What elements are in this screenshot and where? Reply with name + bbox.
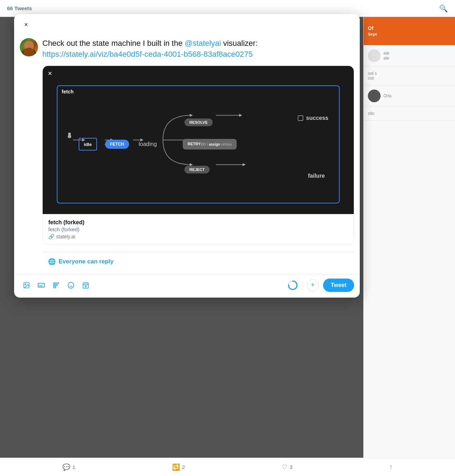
toolbar-right-group: + Tweet bbox=[287, 279, 354, 292]
globe-icon: 🌐 bbox=[48, 258, 56, 266]
diagram-close-icon[interactable]: ✕ bbox=[48, 70, 52, 77]
share-stat-icon: ↑ bbox=[389, 463, 393, 471]
fetch-container: fetch idle FETCH → loadin bbox=[57, 85, 340, 203]
link-preview-footer: fetch (forked) fetch (forked) 🔗 stately.… bbox=[43, 214, 354, 244]
mention-statelyai[interactable]: @statelyai bbox=[185, 39, 221, 48]
tweet-toolbar: GIF bbox=[14, 274, 360, 298]
tweet-text: Check out the state machine I built in t… bbox=[42, 38, 354, 60]
like-stat-icon: ♡ bbox=[282, 463, 287, 471]
right-panel-promo: OfSept bbox=[364, 17, 455, 45]
card-domain-text: stately.ai bbox=[56, 234, 75, 239]
likes-stat[interactable]: ♡ 3 bbox=[282, 463, 292, 471]
tweet-text-part2: visualizer: bbox=[221, 39, 258, 48]
reply-stat-icon: 💬 bbox=[62, 463, 70, 471]
tweet-count: 66 Tweets bbox=[7, 5, 32, 11]
compose-modal: × Check out the state machine I built in… bbox=[14, 14, 360, 298]
retweets-count: 2 bbox=[182, 464, 185, 470]
rp-item-2: ual srob bbox=[364, 67, 455, 85]
reply-permission-row[interactable]: 🌐 Everyone can reply bbox=[42, 252, 354, 271]
resolve-node: RESOLVE bbox=[184, 118, 213, 126]
tweet-content: Check out the state machine I built in t… bbox=[42, 38, 354, 271]
state-machine-link[interactable]: https://stately.ai/viz/ba4e0d5f-ceda-400… bbox=[42, 50, 253, 59]
svg-rect-18 bbox=[83, 283, 89, 288]
svg-rect-12 bbox=[54, 282, 59, 283]
modal-header: × bbox=[14, 14, 360, 35]
state-machine-card: ✕ fetch idle FETCH → bbox=[42, 66, 354, 245]
rp-item-3: Orla bbox=[364, 85, 455, 107]
toolbar-divider bbox=[302, 280, 303, 290]
rp-item-4: ollo bbox=[364, 107, 455, 121]
svg-point-9 bbox=[25, 283, 26, 285]
poll-button[interactable] bbox=[49, 279, 63, 292]
close-button[interactable]: × bbox=[20, 18, 32, 31]
svg-rect-13 bbox=[54, 285, 57, 286]
gif-button[interactable]: GIF bbox=[35, 279, 48, 292]
svg-point-15 bbox=[68, 282, 74, 288]
avatar-image bbox=[20, 38, 38, 56]
character-count-circle bbox=[287, 280, 298, 291]
share-stat[interactable]: ↑ bbox=[389, 463, 393, 471]
likes-count: 3 bbox=[290, 464, 292, 470]
tweet-text-part1: Check out the state machine I built in t… bbox=[42, 39, 185, 48]
retry-sub: DO / assign retries bbox=[201, 142, 232, 146]
svg-rect-14 bbox=[54, 287, 56, 288]
tweet-submit-button[interactable]: Tweet bbox=[323, 279, 354, 292]
rp-avatar-2 bbox=[368, 90, 381, 102]
svg-text:GIF: GIF bbox=[39, 284, 43, 287]
rp-item-1: ateate bbox=[364, 45, 455, 67]
rp-avatar-1 bbox=[368, 49, 381, 62]
tweet-stats-bar: 💬 1 🔁 2 ♡ 3 ↑ bbox=[0, 458, 455, 476]
right-panel: OfSept ateate ual srob Orla ollo bbox=[363, 17, 455, 458]
fetch-label: fetch bbox=[62, 89, 73, 94]
toolbar-icons-group: GIF bbox=[20, 279, 92, 292]
replies-stat[interactable]: 💬 1 bbox=[62, 463, 75, 471]
retry-title: RETRY bbox=[188, 142, 201, 146]
reply-permission-text: Everyone can reply bbox=[59, 258, 114, 265]
user-avatar bbox=[20, 38, 38, 56]
link-icon: 🔗 bbox=[48, 234, 54, 239]
card-subtitle: fetch (forked) bbox=[48, 226, 348, 232]
search-icon[interactable]: 🔍 bbox=[439, 4, 448, 13]
reject-node: REJECT bbox=[184, 166, 210, 173]
tweet-compose-area: Check out the state machine I built in t… bbox=[14, 35, 360, 271]
emoji-button[interactable] bbox=[64, 279, 78, 292]
success-node: success bbox=[298, 115, 328, 121]
failure-node: failure bbox=[308, 173, 325, 179]
svg-point-22 bbox=[85, 286, 86, 287]
loading-node: loading bbox=[139, 141, 157, 147]
fetch-transition-node: FETCH bbox=[105, 140, 129, 149]
image-upload-button[interactable] bbox=[20, 279, 33, 292]
retweet-stat-icon: 🔁 bbox=[172, 463, 180, 471]
card-title: fetch (forked) bbox=[48, 219, 348, 226]
replies-count: 1 bbox=[72, 464, 75, 470]
add-thread-button[interactable]: + bbox=[307, 279, 319, 291]
retweets-stat[interactable]: 🔁 2 bbox=[172, 463, 185, 471]
success-box-icon bbox=[298, 115, 303, 121]
idle-to-fetch-arrow: → bbox=[103, 141, 108, 147]
idle-node: idle bbox=[79, 138, 97, 151]
schedule-button[interactable] bbox=[79, 279, 92, 292]
state-diagram: ✕ fetch idle FETCH → bbox=[43, 66, 354, 214]
card-domain: 🔗 stately.ai bbox=[48, 234, 348, 239]
retry-node: RETRY DO / assign retries bbox=[183, 139, 237, 149]
